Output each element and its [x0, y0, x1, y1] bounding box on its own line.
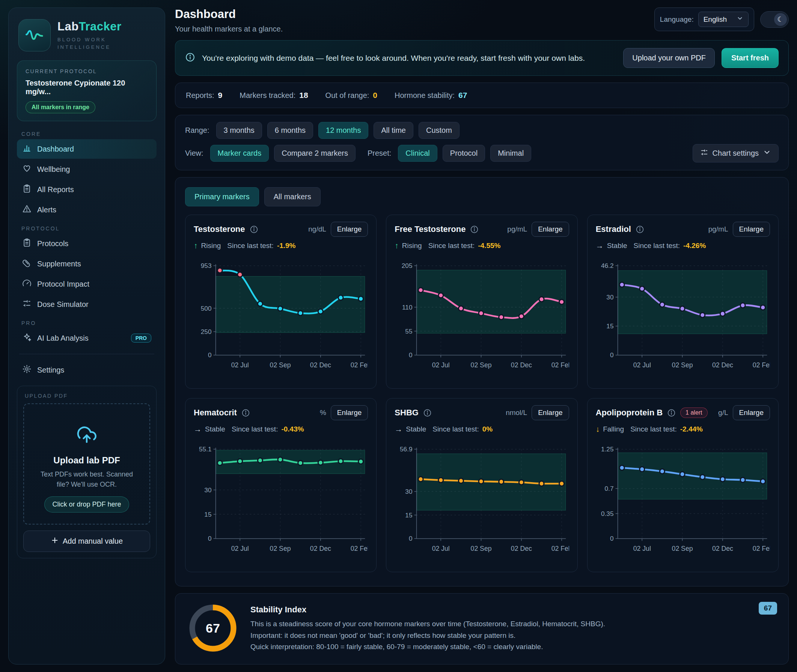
- page-title: Dashboard: [175, 8, 283, 21]
- enlarge-button[interactable]: Enlarge: [733, 405, 770, 420]
- trend-label: Stable: [205, 425, 225, 434]
- range-option-12-months[interactable]: 12 months: [318, 122, 368, 139]
- enlarge-button[interactable]: Enlarge: [331, 405, 368, 420]
- pro-badge: PRO: [131, 334, 151, 342]
- range-option-6-months[interactable]: 6 months: [267, 122, 313, 139]
- app-tagline: BLOOD WORK INTELLIGENCE: [58, 36, 121, 51]
- moon-icon: ☾: [777, 15, 784, 24]
- sidebar-item-protocols[interactable]: Protocols: [17, 234, 157, 253]
- svg-text:02 Dec: 02 Dec: [511, 361, 532, 369]
- svg-text:0.35: 0.35: [601, 510, 613, 517]
- range-option-3-months[interactable]: 3 months: [216, 122, 262, 139]
- page-subtitle: Your health markers at a glance.: [175, 25, 283, 34]
- change-label: Since last test:: [630, 425, 677, 434]
- sidebar-item-protocol-impact[interactable]: Protocol Impact: [17, 274, 157, 294]
- svg-text:56.9: 56.9: [400, 445, 412, 453]
- sidebar-item-supplements[interactable]: Supplements: [17, 254, 157, 274]
- upload-your-own-pdf-button[interactable]: Upload your own PDF: [623, 48, 715, 68]
- chart-settings-button[interactable]: Chart settings: [693, 144, 779, 162]
- svg-text:02 Jul: 02 Jul: [231, 545, 249, 552]
- card-title: Hematocrit: [194, 408, 237, 418]
- marker-cards-grid: Testosterone ng/dL Enlarge ↑ Rising Sinc…: [185, 214, 779, 572]
- unit-label: ng/dL: [308, 225, 326, 234]
- trend-arrow-flat-icon: →: [394, 425, 403, 434]
- chevron-down-icon: [736, 15, 743, 24]
- sliders-icon: [22, 299, 32, 310]
- bar-chart-icon: [22, 143, 32, 155]
- svg-text:02 Sep: 02 Sep: [270, 361, 291, 369]
- tab-all-markers[interactable]: All markers: [264, 187, 321, 206]
- chart: 55.13015002 Jul02 Sep02 Dec02 Feb: [194, 435, 368, 568]
- upload-pdf-label: UPLOAD PDF: [25, 393, 150, 399]
- sidebar-item-settings[interactable]: Settings: [17, 360, 157, 380]
- add-manual-value-button[interactable]: Add manual value: [23, 531, 150, 552]
- alert-triangle-icon: [22, 204, 32, 215]
- marker-card-free-testosterone: Free Testosterone pg/mL Enlarge ↑ Rising…: [386, 214, 577, 389]
- enlarge-button[interactable]: Enlarge: [532, 222, 569, 237]
- upload-pdf-button[interactable]: Click or drop PDF here: [44, 496, 129, 512]
- trend-arrow-up-icon: ↑: [394, 241, 399, 250]
- svg-text:02 Sep: 02 Sep: [471, 545, 492, 552]
- preset-option-minimal[interactable]: Minimal: [490, 145, 531, 162]
- svg-text:205: 205: [402, 262, 412, 269]
- sidebar-item-all-reports[interactable]: All Reports: [17, 180, 157, 199]
- markers-panel: Primary markersAll markers Testosterone …: [175, 177, 789, 586]
- upload-dropzone[interactable]: Upload lab PDF Text PDFs work best. Scan…: [23, 403, 150, 525]
- banner-text: You're exploring with demo data — feel f…: [202, 54, 616, 62]
- filter-bar: Range: 3 months6 months12 monthsAll time…: [175, 115, 789, 170]
- svg-text:30: 30: [606, 293, 613, 301]
- trend-label: Rising: [201, 242, 221, 250]
- view-option-compare-2-markers[interactable]: Compare 2 markers: [274, 145, 356, 162]
- svg-text:02 Sep: 02 Sep: [471, 361, 492, 369]
- start-fresh-button[interactable]: Start fresh: [722, 48, 779, 68]
- trend-label: Stable: [607, 242, 627, 250]
- marker-card-hematocrit: Hematocrit % Enlarge → Stable Since last…: [185, 398, 377, 572]
- stability-line: This is a steadiness score of your core …: [250, 618, 747, 630]
- svg-text:15: 15: [606, 322, 613, 330]
- change-value: 0%: [483, 425, 492, 434]
- sidebar-item-ai-lab-analysis[interactable]: AI Lab AnalysisPRO: [17, 328, 157, 348]
- language-control: Language: English: [654, 8, 754, 31]
- info-icon[interactable]: [241, 409, 250, 417]
- svg-text:02 Dec: 02 Dec: [712, 545, 733, 552]
- info-icon[interactable]: [250, 225, 258, 234]
- tab-primary-markers[interactable]: Primary markers: [185, 187, 259, 206]
- stability-score-badge: 67: [759, 602, 777, 614]
- brand: LabTracker BLOOD WORK INTELLIGENCE: [17, 17, 157, 55]
- info-icon[interactable]: [635, 225, 644, 234]
- svg-text:953: 953: [201, 262, 212, 269]
- svg-text:02 Jul: 02 Jul: [231, 361, 249, 369]
- chevron-down-icon: [763, 148, 771, 158]
- unit-label: pg/mL: [709, 225, 728, 234]
- enlarge-button[interactable]: Enlarge: [733, 222, 770, 237]
- sidebar-item-dose-simulator[interactable]: Dose Simulator: [17, 294, 157, 314]
- enlarge-button[interactable]: Enlarge: [532, 405, 569, 420]
- preset-option-clinical[interactable]: Clinical: [398, 145, 437, 162]
- sidebar-divider: [19, 354, 154, 354]
- info-icon[interactable]: [470, 225, 479, 234]
- stat-hormone-stability: Hormone stability:67: [394, 91, 467, 100]
- trend-arrow-up-icon: ↑: [194, 241, 198, 250]
- sidebar-item-wellbeing[interactable]: Wellbeing: [17, 160, 157, 179]
- change-label: Since last test:: [232, 425, 278, 434]
- svg-text:02 Dec: 02 Dec: [310, 545, 331, 552]
- sidebar-item-alerts[interactable]: Alerts: [17, 200, 157, 219]
- preset-option-protocol[interactable]: Protocol: [443, 145, 485, 162]
- svg-text:250: 250: [201, 328, 212, 336]
- svg-text:46.2: 46.2: [601, 262, 613, 269]
- alert-badge[interactable]: 1 alert: [680, 408, 707, 418]
- sidebar-nav: COREDashboardWellbeingAll ReportsAlertsP…: [17, 125, 157, 349]
- current-protocol-label: CURRENT PROTOCOL: [26, 68, 148, 74]
- view-option-marker-cards[interactable]: Marker cards: [210, 145, 269, 162]
- range-option-custom[interactable]: Custom: [419, 122, 460, 139]
- trend-arrow-down-icon: ↓: [596, 425, 600, 434]
- dark-mode-toggle[interactable]: ☾: [760, 11, 789, 28]
- enlarge-button[interactable]: Enlarge: [331, 222, 368, 237]
- info-icon[interactable]: [423, 409, 432, 417]
- range-option-all-time[interactable]: All time: [374, 122, 413, 139]
- chart-area: 953500250002 Jul02 Sep02 Dec02 Feb: [194, 252, 368, 385]
- language-select[interactable]: English: [698, 12, 749, 27]
- info-icon[interactable]: [667, 409, 676, 417]
- trend-arrow-flat-icon: →: [194, 425, 202, 434]
- sidebar-item-dashboard[interactable]: Dashboard: [17, 139, 157, 159]
